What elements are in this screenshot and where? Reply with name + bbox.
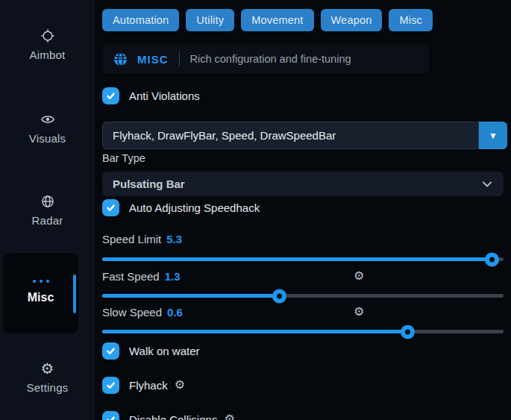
slider-value: 1.3 <box>165 270 181 283</box>
bar-type-select[interactable]: Pulsating Bar <box>102 172 504 196</box>
checkbox-label: Anti Violations <box>129 90 200 102</box>
sidebar-item-visuals[interactable]: Visuals <box>0 112 95 145</box>
slider-thumb[interactable] <box>272 289 286 303</box>
gear-icon[interactable]: ⚙ <box>354 269 364 283</box>
fast-speed-slider[interactable] <box>102 288 504 303</box>
sidebar-item-label: Misc <box>28 291 54 304</box>
slider-label: Speed Limit <box>102 233 161 245</box>
ellipsis-icon <box>33 280 49 283</box>
sidebar-item-radar[interactable]: Radar <box>0 194 95 227</box>
walk-on-water-checkbox[interactable] <box>102 342 119 360</box>
slider-fill <box>102 257 492 261</box>
gear-icon[interactable]: ⚙ <box>354 304 364 319</box>
check-icon <box>106 91 116 101</box>
speed-limit-label-row: Speed Limit 5.3 <box>102 232 182 245</box>
walk-on-water-row[interactable]: Walk on water <box>102 342 199 360</box>
flyhack-checkbox[interactable] <box>102 377 119 394</box>
multiselect-value[interactable]: Flyhack, DrawFlyBar, Speed, DrawSpeedBar <box>102 122 479 149</box>
slider-value: 5.3 <box>166 233 182 245</box>
anti-violations-row[interactable]: Anti Violations <box>102 87 200 104</box>
check-icon <box>106 203 116 213</box>
select-value: Pulsating Bar <box>113 178 185 190</box>
slider-thumb[interactable] <box>401 325 415 339</box>
checkbox-label: Disable Collisions <box>129 413 217 420</box>
sidebar-item-label: Settings <box>27 381 69 394</box>
mod-menu-window: { "colors": { "accent_blue": "#2196f3", … <box>0 0 511 420</box>
slider-track[interactable] <box>102 330 504 333</box>
sidebar-item-label: Radar <box>32 214 63 227</box>
disable-collisions-row[interactable]: Disable Collisions ⚙ <box>102 410 235 420</box>
auto-adjusting-speedhack-row[interactable]: Auto Adjusting Speedhack <box>102 198 260 216</box>
chevron-down-icon <box>481 178 493 190</box>
checkbox-label: Flyhack <box>129 379 168 392</box>
slow-speed-slider[interactable] <box>102 324 504 339</box>
section-header: MISC Rich configuration and fine-tuning <box>102 45 429 73</box>
misc-config-panel: Automation Utility Movement Weapon Misc … <box>95 0 511 420</box>
bar-flags-multiselect[interactable]: Flyhack, DrawFlyBar, Speed, DrawSpeedBar… <box>102 122 507 149</box>
tab-utility[interactable]: Utility <box>186 9 234 31</box>
section-subtitle: Rich configuration and fine-tuning <box>190 53 351 65</box>
bar-type-label: Bar Type <box>102 152 145 164</box>
gear-icon: ⚙ <box>41 361 54 376</box>
checkbox-label: Walk on water <box>129 345 199 357</box>
section-title: MISC <box>137 53 169 66</box>
slider-value: 0.6 <box>167 306 183 319</box>
caret-down-icon[interactable]: ▼ <box>479 122 507 149</box>
crosshair-icon <box>40 28 55 43</box>
check-icon <box>106 346 116 356</box>
slider-label: Slow Speed <box>102 306 162 319</box>
slow-speed-label-row: Slow Speed 0.6 ⚙ <box>102 305 183 319</box>
eye-icon <box>40 112 55 127</box>
sidebar-item-label: Aimbot <box>30 48 66 61</box>
tab-misc[interactable]: Misc <box>389 9 433 31</box>
slider-track[interactable] <box>102 257 504 261</box>
tab-weapon[interactable]: Weapon <box>321 9 383 31</box>
slider-label: Fast Speed <box>102 270 160 283</box>
sidebar-item-label: Visuals <box>29 132 66 145</box>
auto-adjusting-speedhack-checkbox[interactable] <box>102 199 119 216</box>
category-tab-bar: Automation Utility Movement Weapon Misc <box>102 9 433 31</box>
header-divider <box>179 51 180 66</box>
checkbox-label: Auto Adjusting Speedhack <box>129 201 260 214</box>
sidebar-item-aimbot[interactable]: Aimbot <box>0 28 95 61</box>
slider-thumb[interactable] <box>485 252 499 266</box>
tab-movement[interactable]: Movement <box>241 9 313 31</box>
sidebar-item-misc-selected[interactable]: Misc <box>3 253 78 333</box>
slider-track[interactable] <box>102 294 504 298</box>
selected-indicator-bar <box>73 275 76 313</box>
check-icon <box>106 380 116 390</box>
check-icon <box>106 415 116 420</box>
disable-collisions-checkbox[interactable] <box>102 411 119 420</box>
globe-icon <box>113 51 128 67</box>
tab-automation[interactable]: Automation <box>102 9 179 31</box>
fast-speed-label-row: Fast Speed 1.3 ⚙ <box>102 269 181 283</box>
anti-violations-checkbox[interactable] <box>102 87 119 104</box>
sidebar: Aimbot Visuals Radar Misc ⚙ Settings <box>0 0 95 420</box>
gear-icon[interactable]: ⚙ <box>175 377 185 392</box>
slider-fill <box>102 330 407 333</box>
sidebar-item-settings[interactable]: ⚙ Settings <box>0 361 95 394</box>
slider-fill <box>102 294 279 298</box>
globe-icon <box>40 194 55 209</box>
gear-icon[interactable]: ⚙ <box>224 412 234 420</box>
speed-limit-slider[interactable] <box>102 251 504 266</box>
flyhack-row[interactable]: Flyhack ⚙ <box>102 376 185 394</box>
